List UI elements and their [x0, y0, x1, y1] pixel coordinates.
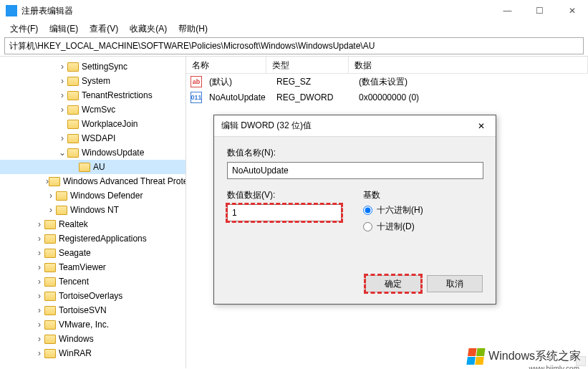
cancel-button[interactable]: 取消	[427, 275, 483, 292]
chevron-right-icon[interactable]: ›	[57, 90, 67, 100]
tree-item[interactable]: ›SettingSync	[0, 59, 185, 74]
chevron-right-icon[interactable]: ›	[34, 305, 44, 315]
watermark-url: www.bjjmlv.com	[529, 365, 579, 370]
tree-item[interactable]: ›Seagate	[0, 246, 185, 260]
folder-icon	[44, 292, 56, 301]
menu-file[interactable]: 文件(F)	[6, 21, 42, 37]
folder-icon	[67, 148, 79, 158]
dialog-body: 数值名称(N): 数值数据(V): 基数 十六进制(H) 十进制(D) 确定	[214, 137, 496, 247]
tree-item[interactable]: ›Tencent	[0, 274, 185, 289]
tree-item[interactable]: ⌄WindowsUpdate	[0, 145, 185, 160]
tree-item[interactable]: ›Windows	[0, 332, 185, 346]
chevron-right-icon[interactable]: ›	[57, 105, 67, 115]
folder-icon	[44, 320, 56, 330]
folder-icon	[44, 249, 56, 258]
chevron-right-icon[interactable]: ›	[34, 262, 44, 272]
folder-icon	[56, 206, 67, 215]
tree-item[interactable]: ›TenantRestrictions	[0, 88, 185, 102]
ok-button[interactable]: 确定	[365, 275, 421, 292]
folder-icon	[44, 277, 56, 287]
address-text: 计算机\HKEY_LOCAL_MACHINE\SOFTWARE\Policies…	[9, 40, 375, 52]
tree-item-label: TortoiseOverlays	[59, 291, 125, 301]
tree-item-label: TortoiseSVN	[59, 305, 110, 315]
folder-icon	[67, 91, 79, 100]
column-name[interactable]: 名称	[186, 57, 266, 73]
chevron-right-icon[interactable]: ›	[57, 133, 67, 143]
tree-item-label: System	[82, 76, 113, 86]
folder-icon	[67, 77, 79, 86]
folder-icon	[44, 335, 56, 344]
tree-item[interactable]: ›Windows Advanced Threat Protection	[0, 174, 185, 188]
tree-item[interactable]: ›TortoiseSVN	[0, 303, 185, 317]
tree-item[interactable]: WorkplaceJoin	[0, 117, 185, 131]
chevron-right-icon[interactable]: ›	[34, 219, 44, 229]
cell-name: (默认)	[203, 75, 271, 90]
chevron-right-icon[interactable]: ›	[34, 334, 44, 344]
titlebar: 注册表编辑器 — ☐ ✕	[0, 0, 588, 21]
tree-item-label: Realtek	[59, 219, 91, 229]
tree-item[interactable]: ›WSDAPI	[0, 131, 185, 145]
folder-icon	[44, 263, 56, 272]
folder-icon	[44, 349, 56, 358]
tree-item[interactable]: ›Realtek	[0, 217, 185, 231]
value-data-field[interactable]	[227, 204, 342, 221]
cell-data: 0x00000000 (0)	[353, 91, 588, 104]
chevron-right-icon[interactable]: ›	[34, 320, 44, 330]
chevron-right-icon[interactable]: ›	[34, 348, 44, 358]
folder-icon	[44, 306, 56, 315]
tree-item-label: WorkplaceJoin	[82, 119, 140, 129]
radix-hex-label: 十六进制(H)	[377, 204, 423, 216]
column-type[interactable]: 类型	[266, 57, 349, 73]
menu-view[interactable]: 查看(V)	[85, 21, 122, 37]
menu-favorites[interactable]: 收藏夹(A)	[125, 21, 171, 37]
tree-item-label: WinRAR	[59, 348, 95, 358]
radix-label: 基数	[363, 189, 483, 201]
radix-dec-radio[interactable]	[363, 222, 372, 231]
tree-item[interactable]: ›TeamViewer	[0, 260, 185, 274]
tree-item[interactable]: ›WcmSvc	[0, 102, 185, 117]
chevron-right-icon[interactable]: ›	[34, 248, 44, 258]
watermark-brand: Windows系统之家	[488, 350, 581, 362]
chevron-right-icon[interactable]: ›	[34, 234, 44, 244]
close-button[interactable]: ✕	[556, 0, 588, 21]
tree-item[interactable]: ›WinRAR	[0, 346, 185, 360]
folder-icon	[67, 62, 79, 72]
maximize-button[interactable]: ☐	[524, 0, 556, 21]
tree-panel[interactable]: ›SettingSync›System›TenantRestrictions›W…	[0, 57, 186, 368]
folder-icon	[44, 234, 56, 244]
address-bar[interactable]: 计算机\HKEY_LOCAL_MACHINE\SOFTWARE\Policies…	[4, 37, 584, 54]
column-data[interactable]: 数据	[349, 57, 588, 73]
chevron-right-icon[interactable]: ›	[34, 277, 44, 287]
menu-help[interactable]: 帮助(H)	[174, 21, 212, 37]
tree-item-label: TeamViewer	[59, 262, 109, 272]
tree-item[interactable]: ›RegisteredApplications	[0, 231, 185, 246]
tree-item-label: Windows	[59, 334, 97, 344]
dialog-close-button[interactable]: ✕	[467, 115, 496, 137]
radix-hex-radio[interactable]	[363, 206, 372, 215]
list-row[interactable]: 011NoAutoUpdateREG_DWORD0x00000000 (0)	[186, 90, 588, 105]
chevron-right-icon[interactable]: ›	[34, 291, 44, 301]
tree-item-label: Tencent	[59, 277, 92, 287]
chevron-right-icon[interactable]: ›	[46, 191, 56, 201]
cell-type: REG_SZ	[271, 75, 353, 88]
tree-item[interactable]: ›Windows Defender	[0, 188, 185, 203]
tree-item[interactable]: ›Windows NT	[0, 203, 185, 217]
window-controls: — ☐ ✕	[491, 0, 588, 21]
chevron-right-icon[interactable]: ›	[46, 205, 56, 215]
minimize-button[interactable]: —	[491, 0, 524, 21]
cell-name: NoAutoUpdate	[203, 91, 271, 104]
chevron-down-icon[interactable]: ⌄	[57, 148, 67, 158]
value-name-field[interactable]	[227, 162, 483, 179]
tree-item[interactable]: AU	[0, 160, 185, 174]
tree-item[interactable]: ›TortoiseOverlays	[0, 289, 185, 303]
tree-item[interactable]: ›VMware, Inc.	[0, 317, 185, 332]
edit-dword-dialog: 编辑 DWORD (32 位)值 ✕ 数值名称(N): 数值数据(V): 基数 …	[213, 115, 496, 305]
menu-edit[interactable]: 编辑(E)	[45, 21, 82, 37]
dialog-title-text: 编辑 DWORD (32 位)值	[221, 120, 312, 132]
list-row[interactable]: ab(默认)REG_SZ(数值未设置)	[186, 74, 588, 90]
chevron-right-icon[interactable]: ›	[57, 62, 67, 72]
tree-item[interactable]: ›System	[0, 74, 185, 88]
dword-value-icon: 011	[191, 92, 202, 103]
cell-data: (数值未设置)	[353, 75, 588, 90]
chevron-right-icon[interactable]: ›	[57, 76, 67, 86]
